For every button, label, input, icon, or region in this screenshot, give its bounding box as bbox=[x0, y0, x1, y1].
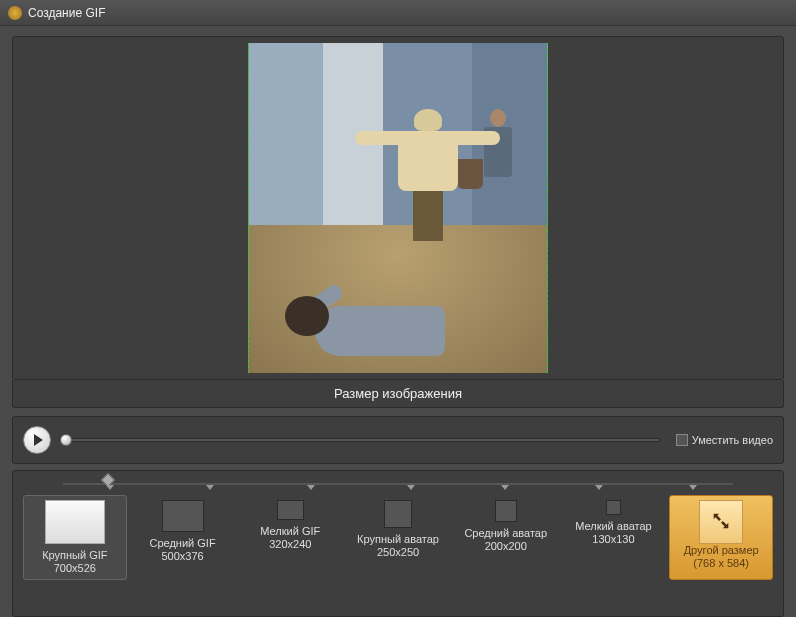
preset-dims: 500x376 bbox=[161, 550, 203, 563]
video-preview[interactable] bbox=[248, 43, 548, 373]
preset-label: Крупный аватар bbox=[357, 533, 439, 546]
preset-dims: 700x526 bbox=[54, 562, 96, 575]
preset-dims: 130x130 bbox=[592, 533, 634, 546]
preset-label: Мелкий GIF bbox=[260, 525, 320, 538]
playback-slider[interactable] bbox=[59, 438, 660, 442]
preset-label: Мелкий аватар bbox=[575, 520, 651, 533]
preset-label: Другой размер bbox=[684, 544, 759, 557]
ruler-tick bbox=[501, 485, 509, 490]
preset-thumb bbox=[606, 500, 621, 515]
size-presets-panel: Крупный GIF700x526Средний GIF500x376Мелк… bbox=[12, 470, 784, 617]
ruler-tick bbox=[106, 485, 114, 490]
preset-dims: 200x200 bbox=[485, 540, 527, 553]
size-preset[interactable]: Мелкий аватар130x130 bbox=[562, 495, 666, 580]
app-icon bbox=[8, 6, 22, 20]
playback-bar: Уместить видео bbox=[12, 416, 784, 464]
preset-thumb bbox=[384, 500, 412, 528]
size-ruler[interactable] bbox=[63, 477, 733, 491]
presets-row: Крупный GIF700x526Средний GIF500x376Мелк… bbox=[23, 495, 773, 580]
window-title: Создание GIF bbox=[28, 6, 105, 20]
preset-thumb bbox=[699, 500, 743, 544]
preset-dims: (768 x 584) bbox=[693, 557, 749, 570]
play-icon bbox=[34, 434, 43, 446]
preset-thumb bbox=[495, 500, 517, 522]
fit-video-label: Уместить видео bbox=[692, 434, 773, 446]
ruler-tick bbox=[407, 485, 415, 490]
size-preset[interactable]: Средний GIF500x376 bbox=[131, 495, 235, 580]
ruler-tick bbox=[307, 485, 315, 490]
ruler-tick bbox=[595, 485, 603, 490]
preset-label: Крупный GIF bbox=[42, 549, 107, 562]
preset-thumb bbox=[277, 500, 304, 520]
play-button[interactable] bbox=[23, 426, 51, 454]
preset-dims: 320x240 bbox=[269, 538, 311, 551]
preset-label: Средний GIF bbox=[150, 537, 216, 550]
content-area: Размер изображения Уместить видео Крупны… bbox=[0, 26, 796, 617]
ruler-tick bbox=[206, 485, 214, 490]
preset-label: Средний аватар bbox=[464, 527, 547, 540]
size-preset[interactable]: Крупный GIF700x526 bbox=[23, 495, 127, 580]
size-preset-custom[interactable]: Другой размер(768 x 584) bbox=[669, 495, 773, 580]
size-preset[interactable]: Крупный аватар250x250 bbox=[346, 495, 450, 580]
section-heading: Размер изображения bbox=[12, 380, 784, 408]
preview-panel bbox=[12, 36, 784, 380]
fit-video-option[interactable]: Уместить видео bbox=[668, 434, 773, 446]
preset-thumb bbox=[162, 500, 204, 532]
preset-dims: 250x250 bbox=[377, 546, 419, 559]
preset-thumb bbox=[45, 500, 105, 544]
ruler-tick bbox=[689, 485, 697, 490]
expand-icon bbox=[710, 510, 732, 534]
playback-knob[interactable] bbox=[60, 434, 72, 446]
titlebar: Создание GIF bbox=[0, 0, 796, 26]
fit-video-checkbox[interactable] bbox=[676, 434, 688, 446]
size-preset[interactable]: Мелкий GIF320x240 bbox=[238, 495, 342, 580]
size-preset[interactable]: Средний аватар200x200 bbox=[454, 495, 558, 580]
